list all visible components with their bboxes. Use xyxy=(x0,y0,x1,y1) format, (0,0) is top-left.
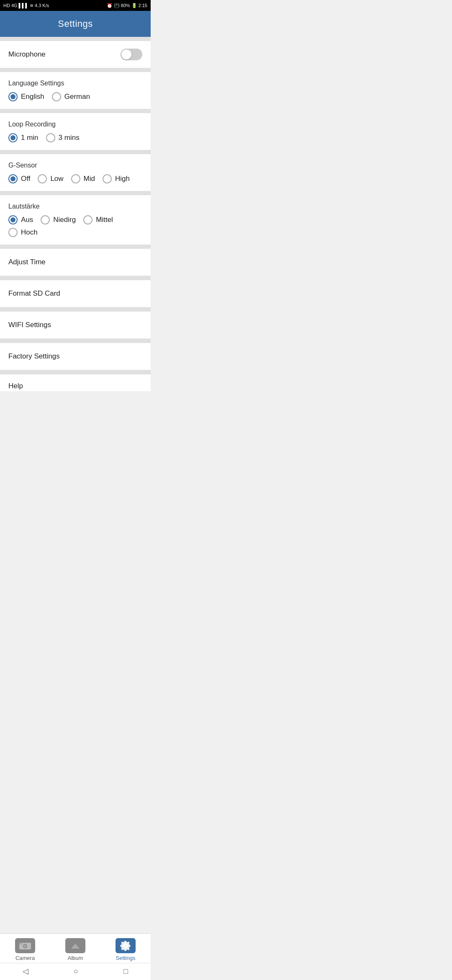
lautstarke-label-mittel: Mittel xyxy=(96,216,113,224)
divider xyxy=(0,307,151,312)
status-speed: 4.3 K/s xyxy=(35,3,49,8)
status-right: ⏰ 📳 80% 🔋 2:15 xyxy=(107,3,147,8)
help-label: Help xyxy=(8,382,23,390)
language-settings-section: Language Settings English German xyxy=(0,72,151,109)
lautstarke-radio-niedirg[interactable] xyxy=(41,215,50,224)
loop-label-3mins: 3 mins xyxy=(59,134,80,142)
factory-settings-row[interactable]: Factory Settings xyxy=(0,343,151,370)
wifi-settings-label: WIFI Settings xyxy=(8,321,51,329)
lautstarke-radio-hoch[interactable] xyxy=(8,228,18,237)
language-label-english: English xyxy=(21,93,44,101)
wifi-settings-row[interactable]: WIFI Settings xyxy=(0,312,151,339)
gsensor-radio-mid[interactable] xyxy=(71,174,80,183)
gsensor-option-high[interactable]: High xyxy=(103,174,130,183)
status-vibrate: 📳 xyxy=(114,3,120,8)
divider xyxy=(0,68,151,72)
loop-label-1min: 1 min xyxy=(21,134,39,142)
app-bar: Settings xyxy=(0,11,151,37)
lautstarke-label-hoch: Hoch xyxy=(21,228,38,237)
language-label-german: German xyxy=(64,93,90,101)
gsensor-radio-low[interactable] xyxy=(38,174,47,183)
gsensor-label-off: Off xyxy=(21,175,30,183)
microphone-label: Microphone xyxy=(8,50,46,59)
lautstarke-option-aus[interactable]: Aus xyxy=(8,215,33,224)
status-battery: 🔋 xyxy=(131,3,137,8)
language-radio-english[interactable] xyxy=(8,92,18,101)
adjust-time-label: Adjust Time xyxy=(8,258,46,266)
microphone-row: Microphone xyxy=(0,41,151,68)
divider xyxy=(0,276,151,280)
lautstarke-title: Lautstärke xyxy=(8,203,142,210)
loop-option-3mins[interactable]: 3 mins xyxy=(46,133,80,142)
status-signal: ▌▌▌ xyxy=(19,3,28,8)
format-sd-card-label: Format SD Card xyxy=(8,289,60,297)
simple-rows-container: Adjust Time Format SD Card WIFI Settings… xyxy=(0,249,151,391)
status-wifi: ≋ xyxy=(30,3,33,8)
gsensor-radio-high[interactable] xyxy=(103,174,112,183)
lautstarke-option-niedirg[interactable]: Niedirg xyxy=(41,215,76,224)
status-time: 2:15 xyxy=(139,3,147,8)
help-row[interactable]: Help xyxy=(0,374,151,391)
loop-radio-3mins[interactable] xyxy=(46,133,55,142)
lautstarke-radio-aus[interactable] xyxy=(8,215,18,224)
divider xyxy=(0,191,151,195)
gsensor-option-mid[interactable]: Mid xyxy=(71,174,95,183)
lautstarke-section: Lautstärke Aus Niedirg Mittel Hoch xyxy=(0,195,151,245)
lautstarke-option-mittel[interactable]: Mittel xyxy=(83,215,113,224)
loop-recording-title: Loop Recording xyxy=(8,121,142,128)
divider xyxy=(0,370,151,374)
lautstarke-label-niedirg: Niedirg xyxy=(53,216,76,224)
factory-settings-label: Factory Settings xyxy=(8,352,60,360)
gsensor-label-low: Low xyxy=(50,175,63,183)
app-bar-title: Settings xyxy=(58,18,93,29)
divider xyxy=(0,109,151,113)
status-network: HD xyxy=(3,3,10,8)
lautstarke-option-hoch[interactable]: Hoch xyxy=(8,228,38,237)
divider xyxy=(0,339,151,343)
gsensor-radio-group: Off Low Mid High xyxy=(8,174,142,183)
gsensor-option-off[interactable]: Off xyxy=(8,174,30,183)
gsensor-label-mid: Mid xyxy=(84,175,95,183)
gsensor-section: G-Sensor Off Low Mid High xyxy=(0,154,151,191)
status-left: HD 4G ▌▌▌ ≋ 4.3 K/s xyxy=(3,3,49,8)
divider xyxy=(0,150,151,154)
lautstarke-label-aus: Aus xyxy=(21,216,33,224)
status-alarm: ⏰ xyxy=(107,3,113,8)
language-option-german[interactable]: German xyxy=(52,92,90,101)
loop-radio-1min[interactable] xyxy=(8,133,18,142)
lautstarke-radio-mittel[interactable] xyxy=(83,215,92,224)
divider xyxy=(0,37,151,41)
lautstarke-radio-group: Aus Niedirg Mittel Hoch xyxy=(8,215,142,237)
language-radio-group: English German xyxy=(8,92,142,101)
language-radio-german[interactable] xyxy=(52,92,61,101)
status-bar: HD 4G ▌▌▌ ≋ 4.3 K/s ⏰ 📳 80% 🔋 2:15 xyxy=(0,0,151,11)
adjust-time-row[interactable]: Adjust Time xyxy=(0,249,151,276)
divider xyxy=(0,245,151,249)
language-option-english[interactable]: English xyxy=(8,92,44,101)
loop-recording-section: Loop Recording 1 min 3 mins xyxy=(0,113,151,150)
gsensor-title: G-Sensor xyxy=(8,162,142,169)
loop-option-1min[interactable]: 1 min xyxy=(8,133,39,142)
status-battery-pct: 80% xyxy=(121,3,130,8)
gsensor-label-high: High xyxy=(115,175,130,183)
microphone-toggle[interactable] xyxy=(121,49,142,60)
gsensor-radio-off[interactable] xyxy=(8,174,18,183)
status-4g: 4G xyxy=(11,3,18,8)
language-settings-title: Language Settings xyxy=(8,80,142,87)
gsensor-option-low[interactable]: Low xyxy=(38,174,63,183)
format-sd-card-row[interactable]: Format SD Card xyxy=(0,280,151,307)
loop-recording-radio-group: 1 min 3 mins xyxy=(8,133,142,142)
